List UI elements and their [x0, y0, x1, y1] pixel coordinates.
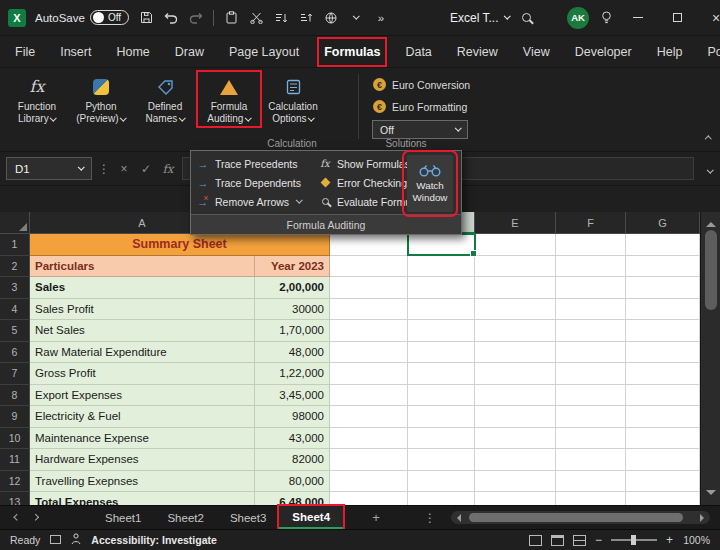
cell-a1[interactable]: Summary Sheet	[30, 234, 330, 256]
cell-b13[interactable]: 6,48,000	[255, 492, 330, 505]
cell-b7[interactable]: 1,22,000	[255, 363, 330, 385]
redo-button[interactable]	[188, 7, 204, 29]
python-preview-button[interactable]: Python (Preview)	[72, 74, 130, 124]
cell-a13[interactable]: Total Expenses	[30, 492, 255, 505]
cell-d5[interactable]	[408, 320, 475, 342]
cell-e3[interactable]	[475, 277, 556, 299]
cell-a4[interactable]: Sales Profit	[30, 299, 255, 321]
sheet-tab-sheet1[interactable]: Sheet1	[92, 506, 154, 529]
row-header-13[interactable]: 13	[0, 492, 30, 505]
page-break-view-icon[interactable]	[573, 535, 586, 546]
scroll-left-icon[interactable]	[453, 514, 461, 522]
cell-a6[interactable]: Raw Material Expenditure	[30, 342, 255, 364]
cell-e7[interactable]	[475, 363, 556, 385]
row-header-3[interactable]: 3	[0, 277, 30, 299]
defined-names-button[interactable]: Defined Names	[136, 74, 194, 124]
tab-page-layout[interactable]: Page Layout	[228, 43, 300, 61]
vertical-scrollbar[interactable]	[700, 212, 720, 505]
cell-b2[interactable]: Year 2023	[255, 256, 330, 278]
cell-f7[interactable]	[556, 363, 626, 385]
cell-a10[interactable]: Maintenance Expense	[30, 428, 255, 450]
sort-descending-icon[interactable]	[298, 7, 314, 29]
add-sheet-button[interactable]: +	[367, 506, 385, 529]
cell-c5[interactable]	[330, 320, 408, 342]
zoom-in-button[interactable]: +	[666, 533, 673, 547]
minimize-button[interactable]	[623, 3, 653, 33]
row-header-6[interactable]: 6	[0, 342, 30, 364]
cell-f4[interactable]	[556, 299, 626, 321]
sheet-options-button[interactable]: ⋮	[421, 506, 439, 529]
zoom-slider[interactable]	[611, 539, 657, 541]
menu-item-error-checking[interactable]: Error Checking	[315, 173, 411, 192]
cell-c11[interactable]	[330, 449, 408, 471]
tab-insert[interactable]: Insert	[59, 43, 92, 61]
cell-g2[interactable]	[626, 256, 700, 278]
tab-help[interactable]: Help	[656, 43, 684, 61]
menu-item-trace-precedents[interactable]: → Trace Precedents	[193, 154, 315, 173]
cell-g10[interactable]	[626, 428, 700, 450]
cell-g3[interactable]	[626, 277, 700, 299]
lightbulb-icon[interactable]	[598, 7, 614, 29]
cell-b8[interactable]: 3,45,000	[255, 385, 330, 407]
cell-c4[interactable]	[330, 299, 408, 321]
row-header-8[interactable]: 8	[0, 385, 30, 407]
cell-g12[interactable]	[626, 471, 700, 493]
cell-e13[interactable]	[475, 492, 556, 505]
cell-f13[interactable]	[556, 492, 626, 505]
euro-conversion-button[interactable]: € Euro Conversion	[369, 74, 474, 95]
cell-f5[interactable]	[556, 320, 626, 342]
avatar[interactable]: AK	[567, 7, 589, 29]
cell-b3[interactable]: 2,00,000	[255, 277, 330, 299]
cell-c7[interactable]	[330, 363, 408, 385]
cell-a9[interactable]: Electricity & Fuel	[30, 406, 255, 428]
cell-a11[interactable]: Hardware Expenses	[30, 449, 255, 471]
expand-formula-bar-icon[interactable]	[708, 160, 713, 178]
cell-g11[interactable]	[626, 449, 700, 471]
scroll-right-icon[interactable]	[700, 514, 708, 522]
cell-g4[interactable]	[626, 299, 700, 321]
cancel-icon[interactable]: ×	[116, 162, 132, 176]
cell-e9[interactable]	[475, 406, 556, 428]
row-header-4[interactable]: 4	[0, 299, 30, 321]
cell-e2[interactable]	[475, 256, 556, 278]
collapse-ribbon-button[interactable]	[706, 127, 711, 145]
cell-f11[interactable]	[556, 449, 626, 471]
cell-d10[interactable]	[408, 428, 475, 450]
cell-b5[interactable]: 1,70,000	[255, 320, 330, 342]
function-library-button[interactable]: fx Function Library	[8, 74, 66, 124]
vertical-scroll-thumb[interactable]	[705, 230, 717, 310]
more-commands-icon[interactable]: »	[373, 7, 389, 29]
row-header-1[interactable]: 1	[0, 234, 30, 256]
cell-c9[interactable]	[330, 406, 408, 428]
cell-a8[interactable]: Export Expenses	[30, 385, 255, 407]
row-header-10[interactable]: 10	[0, 428, 30, 450]
cell-a2[interactable]: Particulars	[30, 256, 255, 278]
cell-f8[interactable]	[556, 385, 626, 407]
close-button[interactable]: ×	[701, 3, 720, 33]
cell-d1[interactable]	[408, 234, 475, 256]
horizontal-scroll-track[interactable]	[464, 513, 697, 522]
autosave-switch[interactable]: Off	[90, 10, 129, 25]
cell-e10[interactable]	[475, 428, 556, 450]
menu-item-show-formulas[interactable]: fx Show Formulas	[315, 154, 411, 173]
cell-f3[interactable]	[556, 277, 626, 299]
cell-g1[interactable]	[626, 234, 700, 256]
sheet-tab-sheet3[interactable]: Sheet3	[217, 506, 279, 529]
cell-e6[interactable]	[475, 342, 556, 364]
menu-item-trace-dependents[interactable]: → Trace Dependents	[193, 173, 315, 192]
cell-c12[interactable]	[330, 471, 408, 493]
sort-ascending-icon[interactable]	[273, 7, 289, 29]
sheet-tab-sheet2[interactable]: Sheet2	[154, 506, 216, 529]
zoom-out-button[interactable]: −	[595, 533, 602, 547]
watch-window-button[interactable]: Watch Window	[407, 155, 453, 212]
cell-d3[interactable]	[408, 277, 475, 299]
cell-e8[interactable]	[475, 385, 556, 407]
cell-d13[interactable]	[408, 492, 475, 505]
name-box[interactable]: D1	[6, 157, 92, 180]
tab-draw[interactable]: Draw	[174, 43, 205, 61]
page-layout-view-icon[interactable]	[551, 535, 564, 546]
tab-developer[interactable]: Developer	[574, 43, 633, 61]
save-button[interactable]	[138, 7, 154, 29]
cell-b6[interactable]: 48,000	[255, 342, 330, 364]
cell-a3[interactable]: Sales	[30, 277, 255, 299]
